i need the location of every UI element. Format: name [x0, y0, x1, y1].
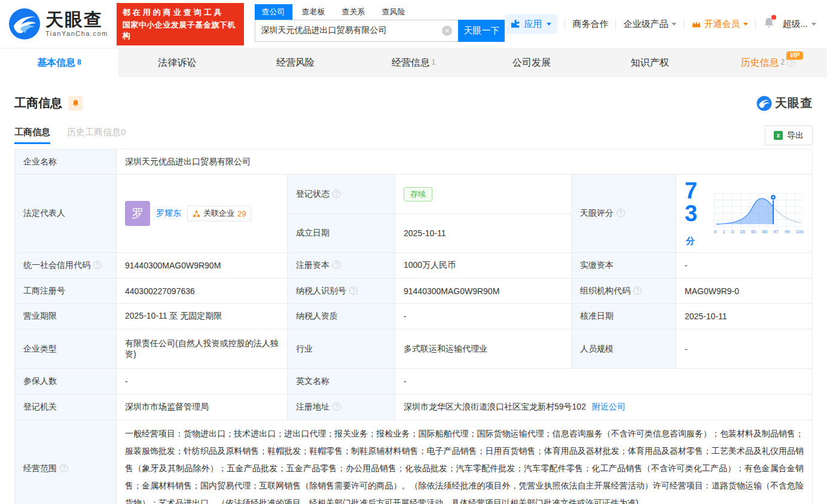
top-header: 天眼查 TianYanCha.com 都在用的商业查询工具 国家中小企业发展子基… — [0, 0, 827, 48]
status-badge: 存续 — [404, 187, 432, 201]
company-name-value: 深圳天元优品进出口贸易有限公司 — [117, 149, 813, 175]
help-icon[interactable] — [332, 190, 341, 198]
tab-label: 知识产权 — [631, 57, 669, 69]
field-label: 核准日期 — [572, 304, 676, 329]
tab-label: 经营风险 — [276, 57, 315, 69]
search-tab-risk[interactable]: 查风险 — [375, 4, 413, 20]
tab-legal-proceedings[interactable]: 法律诉讼 — [118, 48, 237, 77]
notifications-bell[interactable] — [763, 17, 775, 31]
field-label: 统一社会信用代码 — [15, 253, 117, 279]
establish-date-value: 2025-10-11 — [395, 214, 572, 253]
tab-basic-info[interactable]: 基本信息 8 — [0, 48, 118, 77]
reg-number-value: 440300227097636 — [117, 279, 288, 304]
chevron-down-icon — [547, 23, 551, 26]
field-label: 经营范围 — [15, 420, 117, 504]
clear-search-icon[interactable]: ✕ — [442, 26, 452, 36]
search-input[interactable] — [255, 20, 459, 42]
help-icon[interactable] — [617, 209, 625, 217]
divider — [615, 19, 616, 29]
field-label: 企业类型 — [15, 329, 117, 369]
help-icon[interactable] — [332, 261, 341, 269]
table-row: 统一社会信用代码 91440300MAG0W9R90M 注册资本 1000万人民… — [15, 253, 813, 279]
tab-operational-risk[interactable]: 经营风险 — [236, 48, 355, 77]
help-icon[interactable] — [633, 286, 642, 295]
tab-history-info[interactable]: VIP 历史信息 2 — [709, 48, 827, 77]
tab-label: 经营信息 — [392, 57, 430, 69]
nav-open-vip[interactable]: 开通会员 — [691, 19, 748, 30]
english-name-value: - — [395, 369, 813, 395]
monitor-bell-button[interactable] — [68, 96, 83, 111]
nav-enterprise-label: 企业级产品 — [623, 19, 668, 30]
nearby-companies-link[interactable]: 附近公司 — [592, 402, 625, 411]
help-icon[interactable] — [93, 261, 102, 269]
field-label: 英文名称 — [288, 369, 395, 395]
field-label: 营业期限 — [15, 304, 117, 329]
tab-business-info[interactable]: 经营信息 1 — [355, 48, 473, 77]
nav-cooperation-label: 商务合作 — [572, 19, 608, 30]
tab-company-development[interactable]: 公司发展 — [472, 48, 591, 77]
related-companies-badge[interactable]: 关联企业 29 — [187, 206, 251, 221]
field-label-text: 天眼评分 — [580, 208, 614, 218]
nav-apps[interactable]: 应用 — [505, 14, 557, 34]
tab-intellectual-property[interactable]: 知识产权 — [591, 48, 709, 77]
field-label: 注册地址 — [288, 395, 395, 420]
tianyancha-logo-icon — [8, 8, 41, 40]
table-row: 营业期限 2025-10-11 至 无固定期限 纳税人资质 - 核准日期 202… — [15, 304, 813, 329]
subtab-history-registration[interactable]: 历史工商信息0 — [67, 127, 126, 144]
field-label: 工商注册号 — [15, 279, 117, 304]
export-button[interactable]: x 导出 — [765, 126, 813, 145]
tab-count: 8 — [77, 58, 81, 66]
promo-line1: 都在用的商业查询工具 — [123, 7, 238, 18]
score-distribution-chart: 0131550859799100 — [714, 193, 804, 234]
top-nav: 应用 商务合作 企业级产品 开通会员 超级... — [505, 14, 816, 34]
field-label: 登记机关 — [15, 395, 117, 420]
search-module: 查公司 查老板 查关系 查风险 ✕ 天眼一下 — [255, 4, 505, 42]
field-label: 参保人数 — [15, 369, 117, 395]
legal-rep-cell: 罗 罗耀东 关联企业 29 — [117, 175, 288, 253]
field-label: 人员规模 — [572, 329, 676, 369]
tab-label: 基本信息 — [37, 57, 75, 69]
legal-rep-avatar[interactable]: 罗 — [125, 201, 150, 226]
notification-dot — [771, 15, 776, 20]
related-companies-icon — [193, 210, 200, 218]
nav-open-vip-label: 开通会员 — [704, 19, 740, 30]
table-row: 经营范围 一般经营项目：货物进出口；技术进出口；进出口代理；报关业务；报检业务；… — [15, 420, 813, 504]
search-tab-boss[interactable]: 查老板 — [295, 4, 332, 20]
field-label: 实缴资本 — [572, 253, 676, 279]
field-label: 法定代表人 — [15, 175, 117, 253]
taxpayer-quality-value: - — [395, 304, 572, 329]
watermark-text: 天眼查 — [775, 95, 813, 111]
help-icon[interactable] — [349, 286, 358, 295]
table-row: 工商注册号 440300227097636 纳税人识别号 91440300MAG… — [15, 279, 813, 304]
table-row: 企业名称 深圳天元优品进出口贸易有限公司 — [15, 149, 813, 175]
help-icon[interactable] — [332, 402, 341, 411]
reg-capital-value: 1000万人民币 — [395, 253, 572, 279]
search-tab-relation[interactable]: 查关系 — [335, 4, 373, 20]
search-button[interactable]: 天眼一下 — [458, 20, 505, 42]
tianyancha-logo[interactable]: 天眼查 TianYanCha.com — [8, 8, 108, 40]
divider — [564, 19, 565, 29]
tab-label: 公司发展 — [512, 57, 551, 69]
section-title: 工商信息 — [14, 95, 62, 111]
main-content: 工商信息 天眼查 工商信息 历史工商信息0 x 导出 企业名称 深圳天元优品进出… — [0, 95, 827, 504]
field-label: 登记状态 — [288, 175, 395, 214]
staff-size-value: - — [676, 329, 813, 369]
nav-account[interactable]: 超级... — [782, 19, 816, 30]
tab-label: 法律诉讼 — [158, 57, 196, 69]
approval-date-value: 2025-10-11 — [676, 304, 813, 329]
divider — [755, 19, 756, 29]
business-term-value: 2025-10-11 至 无固定期限 — [117, 304, 288, 329]
tab-count: 1 — [432, 58, 436, 66]
help-icon[interactable] — [60, 464, 68, 472]
table-row: 企业类型 有限责任公司(自然人投资或控股的法人独资) 行业 多式联运和运输代理业… — [15, 329, 813, 369]
industry-value: 多式联运和运输代理业 — [395, 329, 572, 369]
nav-cooperation[interactable]: 商务合作 — [572, 19, 608, 30]
search-tab-company[interactable]: 查公司 — [255, 4, 292, 20]
subtab-business-registration[interactable]: 工商信息 — [14, 127, 50, 144]
legal-rep-name-link[interactable]: 罗耀东 — [156, 208, 181, 219]
nav-enterprise[interactable]: 企业级产品 — [623, 19, 676, 30]
related-companies-label: 关联企业 — [203, 208, 234, 219]
help-icon[interactable] — [787, 59, 795, 67]
divider — [683, 19, 684, 29]
export-label: 导出 — [787, 130, 804, 141]
